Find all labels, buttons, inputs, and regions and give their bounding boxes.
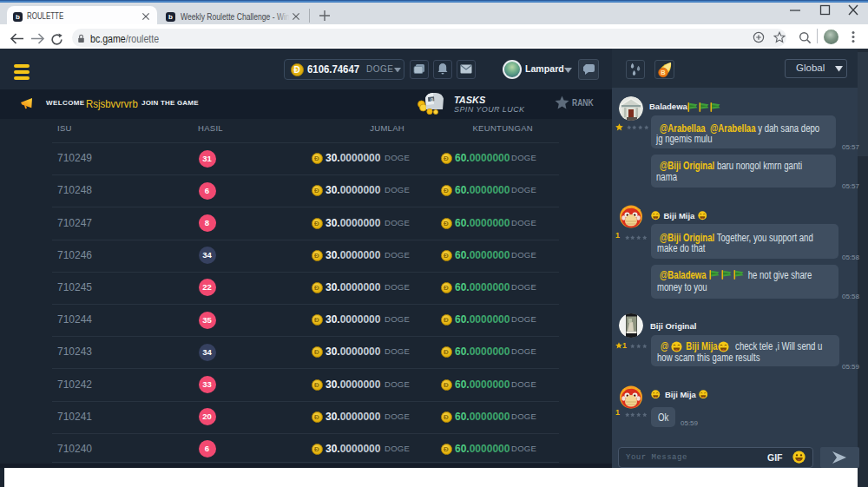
svg-text:B: B bbox=[661, 69, 666, 76]
